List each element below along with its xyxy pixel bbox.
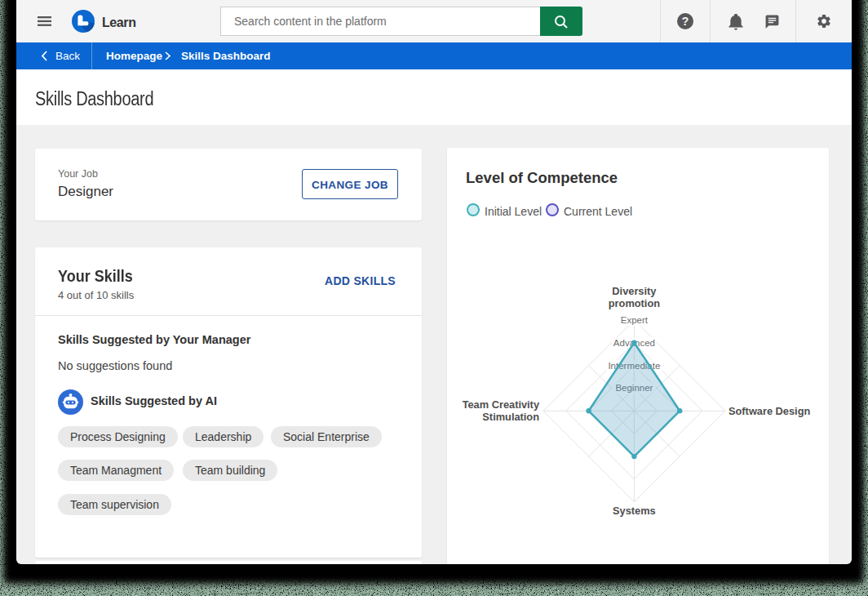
svg-text:Software Design: Software Design	[728, 405, 810, 417]
svg-text:promotion: promotion	[609, 297, 660, 309]
svg-text:Diversity: Diversity	[612, 285, 657, 297]
svg-text:Systems: Systems	[613, 505, 656, 517]
svg-text:Team Creativity: Team Creativity	[463, 398, 540, 411]
svg-text:Stimulation: Stimulation	[482, 411, 539, 423]
svg-text:Expert: Expert	[621, 315, 649, 325]
svg-text:?: ?	[682, 15, 689, 28]
